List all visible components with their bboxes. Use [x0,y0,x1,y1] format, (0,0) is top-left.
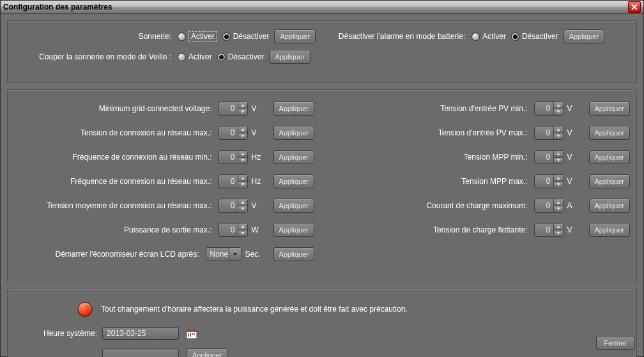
standby-activate-radio[interactable] [178,53,186,61]
spinner-down-icon[interactable] [238,158,247,164]
svg-rect-4 [188,333,189,335]
parameter-row: Fréquence de connexion au réseau max.:0H… [14,169,314,194]
spinner-up-icon[interactable] [238,224,247,231]
system-date-input[interactable]: 2013-03-25 [102,327,179,340]
parameter-apply-button[interactable]: Appliquer [273,199,314,213]
value-spinner[interactable]: 0 [534,126,564,140]
value-spinner[interactable]: 0 [534,102,564,116]
calendar-icon[interactable] [187,329,197,338]
spinner-down-icon[interactable] [554,109,563,116]
parameter-label: Fréquence de connexion au réseau max.: [14,177,218,186]
parameter-unit: V [248,128,267,137]
standby-deactivate-label: Désactiver [228,52,264,61]
parameter-unit: V [564,153,583,162]
spinner-down-icon[interactable] [238,231,247,237]
sonnerie-apply-button[interactable]: Appliquer [274,29,315,43]
spinner-up-icon[interactable] [554,224,563,231]
sonnerie-activate-radio[interactable] [178,33,186,41]
spinner-up-icon[interactable] [554,151,563,158]
parameter-row: Minimum grid-connected voltage:0VAppliqu… [14,96,314,121]
parameter-row: Tension de charge flottante:0VAppliquer [330,218,630,242]
settings-window: Configuration des paramètres Sonnerie: A… [0,0,644,357]
battery-deactivate-radio[interactable] [511,33,519,41]
parameters-right-column: Tension d'entrée PV min.:0VAppliquerTens… [330,96,630,266]
parameter-apply-button[interactable]: Appliquer [273,223,314,237]
system-time-input[interactable] [102,349,179,357]
parameter-apply-button[interactable]: Appliquer [589,150,630,164]
spinner-down-icon[interactable] [238,206,247,213]
battery-apply-button[interactable]: Appliquer [564,29,604,43]
parameter-unit: V [564,104,583,113]
parameter-label: Démarrer l'économiseur écran LCD après: [14,250,206,259]
parameter-apply-button[interactable]: Appliquer [589,199,630,213]
spinner-up-icon[interactable] [238,151,247,158]
lcd-timeout-select[interactable]: None [206,247,241,261]
spinner-down-icon[interactable] [554,133,563,140]
svg-rect-6 [192,333,193,335]
spinner-up-icon[interactable] [238,126,247,133]
parameter-label: Puissance de sortie max.: [14,225,218,234]
standby-apply-button[interactable]: Appliquer [269,50,310,64]
parameter-label: Tension d'entrée PV max.: [330,128,534,137]
value-spinner[interactable]: 0 [218,102,248,116]
spinner-up-icon[interactable] [554,102,563,109]
spinner-up-icon[interactable] [238,199,247,206]
value-spinner[interactable]: 0 [534,199,564,213]
svg-rect-5 [190,333,191,335]
parameter-row: Fréquence de connexion au réseau min.:0H… [14,145,314,169]
spinner-up-icon[interactable] [554,199,563,206]
parameter-apply-button[interactable]: Appliquer [273,150,314,164]
spinner-up-icon[interactable] [554,175,563,182]
value-spinner[interactable]: 0 [218,199,248,213]
parameter-unit: V [248,104,267,113]
spinner-down-icon[interactable] [554,206,563,213]
close-button[interactable]: Fermer [596,336,634,350]
spinner-down-icon[interactable] [554,231,563,237]
spinner-down-icon[interactable] [238,133,247,140]
battery-deactivate-label: Désactiver [522,32,558,41]
svg-rect-1 [187,330,197,332]
value-spinner[interactable]: 0 [218,150,248,164]
standby-deactivate-radio[interactable] [217,53,226,61]
spinner-down-icon[interactable] [238,109,247,116]
value-spinner[interactable]: 0 [534,174,564,188]
svg-rect-3 [194,329,195,331]
warning-icon [78,302,92,316]
parameter-apply-button[interactable]: Appliquer [273,102,314,116]
standby-activate-label: Activer [188,52,212,61]
sonnerie-deactivate-radio[interactable] [222,33,231,41]
system-time-apply-button[interactable]: Appliquer [187,348,227,357]
parameter-label: Tension de connexion au réseau max.: [14,128,218,137]
value-spinner[interactable]: 0 [534,223,564,237]
spinner-up-icon[interactable] [554,126,563,133]
parameter-apply-button[interactable]: Appliquer [589,102,630,116]
parameter-apply-button[interactable]: Appliquer [273,247,314,261]
value-spinner[interactable]: 0 [218,126,248,140]
spinner-down-icon[interactable] [238,182,247,188]
value-spinner[interactable]: 0 [218,174,248,188]
parameter-apply-button[interactable]: Appliquer [589,126,630,140]
parameter-unit: V [248,201,267,210]
value-spinner[interactable]: 0 [218,223,248,237]
battery-activate-radio[interactable] [471,33,480,41]
close-icon[interactable] [628,1,641,13]
spinner-down-icon[interactable] [554,182,563,188]
parameter-unit: Hz [248,177,267,186]
warning-text: Tout changement d'horaire affectera la p… [101,305,408,314]
spinner-down-icon[interactable] [554,158,563,164]
parameter-label: Tension moyenne de connexion au réseau m… [14,201,218,210]
parameter-apply-button[interactable]: Appliquer [273,174,314,188]
parameter-label: Courant de charge maximum: [330,201,534,210]
spinner-up-icon[interactable] [238,102,247,109]
svg-rect-7 [194,333,195,335]
parameter-apply-button[interactable]: Appliquer [273,126,314,140]
parameters-left-column: Minimum grid-connected voltage:0VAppliqu… [14,96,314,266]
parameter-apply-button[interactable]: Appliquer [589,223,630,237]
svg-rect-9 [190,335,191,337]
spinner-up-icon[interactable] [238,175,247,182]
titlebar: Configuration des paramètres [1,1,643,14]
parameter-apply-button[interactable]: Appliquer [589,174,630,188]
value-spinner[interactable]: 0 [534,150,564,164]
chevron-down-icon[interactable] [229,248,241,261]
parameter-row: Tension d'entrée PV max.:0VAppliquer [330,121,630,145]
